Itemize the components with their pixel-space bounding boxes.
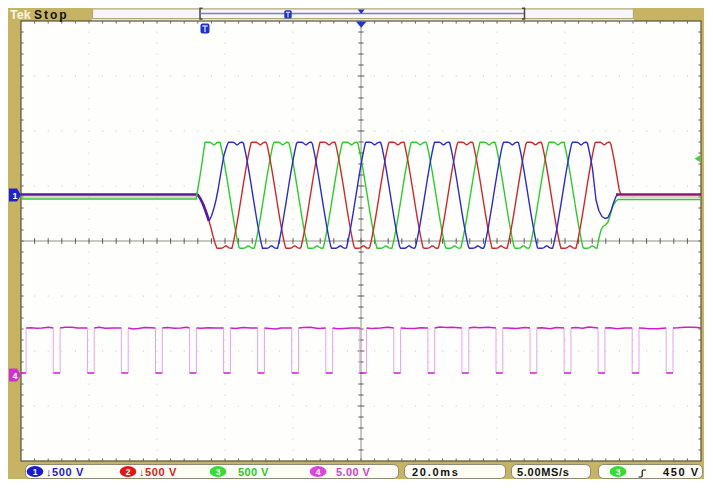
svg-text:2: 2 bbox=[126, 467, 131, 477]
svg-text:1: 1 bbox=[33, 467, 38, 477]
svg-text:3: 3 bbox=[616, 467, 621, 477]
svg-text:500 V: 500 V bbox=[238, 466, 269, 478]
svg-text:↓500 V: ↓500 V bbox=[139, 466, 177, 478]
svg-text:20.0ms: 20.0ms bbox=[412, 466, 460, 478]
svg-text:↓500 V: ↓500 V bbox=[46, 466, 84, 478]
svg-text:5.00 V: 5.00 V bbox=[336, 466, 370, 478]
svg-text:Stop: Stop bbox=[34, 8, 69, 22]
svg-text:4: 4 bbox=[13, 371, 18, 381]
svg-text:1: 1 bbox=[13, 191, 18, 201]
svg-text:4: 4 bbox=[316, 467, 321, 477]
svg-text:3: 3 bbox=[216, 467, 221, 477]
svg-text:Tek: Tek bbox=[10, 8, 31, 22]
svg-text:5.00MS/s: 5.00MS/s bbox=[517, 466, 570, 478]
svg-text:450 V: 450 V bbox=[663, 466, 700, 478]
